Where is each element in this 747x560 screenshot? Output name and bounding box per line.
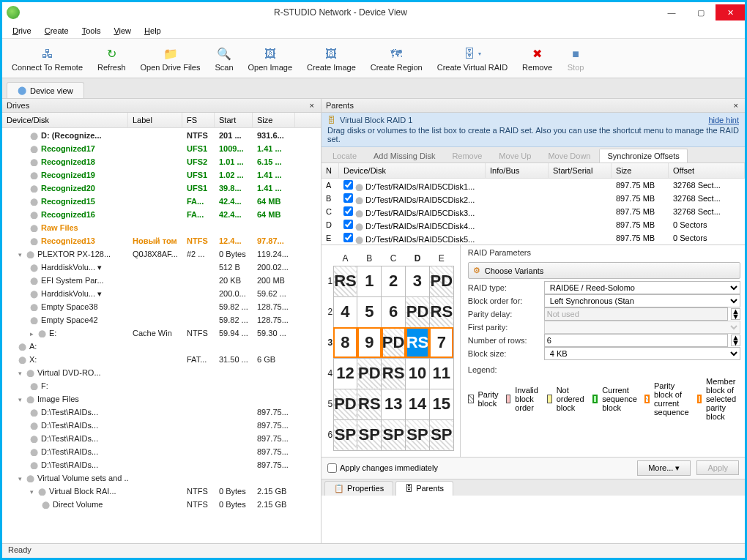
pcol-size[interactable]: Size xyxy=(612,163,669,178)
raid-cell[interactable]: PD xyxy=(406,296,430,327)
tab-device-view[interactable]: ⬤ Device view xyxy=(7,82,84,98)
pcol-n[interactable]: N xyxy=(322,163,339,178)
drive-row[interactable]: Virtual Block RAI...NTFS0 Bytes2.15 GB xyxy=(2,485,321,498)
hide-hint-link[interactable]: hide hint xyxy=(708,116,739,124)
subtab-synchronize-offsets[interactable]: Synchronize Offsets xyxy=(599,149,687,163)
raid-cell[interactable]: PD xyxy=(333,389,357,419)
maximize-button[interactable]: ▢ xyxy=(686,4,716,20)
drive-row[interactable]: HarddiskVolu... ▾512 B200.02... xyxy=(2,261,321,274)
param-numberofrows[interactable] xyxy=(544,334,728,347)
menu-tools[interactable]: Tools xyxy=(76,25,107,37)
col-size[interactable]: Size xyxy=(253,113,295,127)
drive-row[interactable]: PLEXTOR PX-128...Q0J8X8AF...#2 ...0 Byte… xyxy=(2,247,321,261)
more-button[interactable]: More... ▾ xyxy=(637,460,691,476)
menu-help[interactable]: Help xyxy=(138,25,167,37)
bottab-properties[interactable]: 📋Properties xyxy=(324,481,393,496)
col-fs[interactable]: FS xyxy=(182,113,215,127)
parent-row[interactable]: E D:/Test/RAIDs/RAID5CDisk5...897.75 MB0… xyxy=(322,231,745,244)
raid-cell[interactable]: 10 xyxy=(406,358,430,389)
raid-cell[interactable]: RS xyxy=(406,327,430,358)
drive-row[interactable]: Recognized18UFS21.01 ...6.15 ... xyxy=(2,155,321,168)
drive-row[interactable]: Recognized20UFS139.8...1.41 ... xyxy=(2,182,321,195)
pcol-infobus[interactable]: Info/Bus xyxy=(486,163,549,178)
parent-row[interactable]: D D:/Test/RAIDs/RAID5CDisk4...897.75 MB0… xyxy=(322,218,745,231)
parents-panel-close[interactable]: × xyxy=(732,101,740,110)
toolbar-create-virtual-raid[interactable]: 🗄▾Create Virtual RAID xyxy=(432,43,513,74)
parent-row[interactable]: C D:/Test/RAIDs/RAID5CDisk3...897.75 MB3… xyxy=(322,205,745,218)
raid-cell[interactable]: 14 xyxy=(406,389,430,419)
drive-row[interactable]: Direct VolumeNTFS0 Bytes2.15 GB xyxy=(2,498,321,511)
raid-cell[interactable]: SP xyxy=(333,419,357,450)
drive-row[interactable]: D: (Recognize...NTFS201 ...931.6... xyxy=(2,129,321,142)
raid-cell[interactable]: 2 xyxy=(382,266,406,296)
bottab-parents[interactable]: 🗄Parents xyxy=(395,481,453,496)
raid-cell[interactable]: SP xyxy=(357,419,382,450)
drive-row[interactable]: Raw Files xyxy=(2,221,321,234)
toolbar-open-drive-files[interactable]: 📁Open Drive Files xyxy=(135,43,206,74)
raid-cell[interactable]: 1 xyxy=(357,266,382,296)
drive-row[interactable]: Virtual DVD-RO... xyxy=(2,366,321,379)
drive-row[interactable]: E:Cache WinNTFS59.94 ...59.30 ... xyxy=(2,326,321,340)
drive-row[interactable]: D:\Test\RAIDs...897.75... xyxy=(2,432,321,445)
subtab-add-missing-disk[interactable]: Add Missing Disk xyxy=(365,149,443,163)
pcol-startserial[interactable]: Start/Serial xyxy=(549,163,612,178)
toolbar-refresh[interactable]: ↻Refresh xyxy=(92,43,131,74)
raid-cell[interactable]: 3 xyxy=(406,266,430,296)
raid-cell[interactable]: PD xyxy=(357,358,382,389)
toolbar-connect-to-remote[interactable]: 🖧Connect To Remote xyxy=(7,43,88,74)
apply-button[interactable]: Apply xyxy=(696,460,739,475)
raid-cell[interactable]: 11 xyxy=(429,358,453,389)
drive-row[interactable]: Recognized15FA...42.4...64 MB xyxy=(2,195,321,208)
raid-cell[interactable]: RS xyxy=(333,266,357,296)
param-blocksize[interactable]: 4 KB xyxy=(544,347,740,360)
toolbar-open-image[interactable]: 🖼Open Image xyxy=(243,43,298,74)
raid-cell[interactable]: 5 xyxy=(357,296,382,327)
drive-row[interactable]: Virtual Volume sets and ... xyxy=(2,471,321,485)
raid-cell[interactable]: 9 xyxy=(357,327,382,358)
drive-row[interactable]: Recognized13Новый томNTFS12.4...97.87... xyxy=(2,234,321,247)
drive-row[interactable]: A: xyxy=(2,340,321,353)
raid-cell[interactable]: 4 xyxy=(333,296,357,327)
pcol-devicedisk[interactable]: Device/Disk xyxy=(339,163,486,178)
param-blockorderfor[interactable]: Left Synchronous (Stan xyxy=(544,294,740,307)
close-button[interactable]: ✕ xyxy=(716,4,745,20)
raid-cell[interactable]: SP xyxy=(406,419,430,450)
pcol-offset[interactable]: Offset xyxy=(669,163,745,178)
choose-variants-button[interactable]: ⚙Choose Variants xyxy=(468,262,740,279)
drive-row[interactable]: X:FAT...31.50 ...6 GB xyxy=(2,353,321,366)
drive-row[interactable]: Image Files xyxy=(2,392,321,406)
raid-cell[interactable]: 13 xyxy=(382,389,406,419)
drive-row[interactable]: Empty Space3859.82 ...128.75... xyxy=(2,300,321,313)
toolbar-scan[interactable]: 🔍Scan xyxy=(209,43,238,74)
drive-row[interactable]: EFI System Par...20 KB200 MB xyxy=(2,274,321,287)
param-raidtype[interactable]: RAID6E / Reed-Solomo xyxy=(544,281,740,294)
drive-row[interactable]: Recognized17UFS11009...1.41 ... xyxy=(2,142,321,155)
raid-cell[interactable]: 12 xyxy=(333,358,357,389)
drives-panel-close[interactable]: × xyxy=(308,101,316,110)
raid-cell[interactable]: RS xyxy=(429,296,453,327)
raid-grid[interactable]: ABCDE1RS123PD2456PDRS389PDRS7412PDRS1011… xyxy=(322,245,460,457)
raid-cell[interactable]: SP xyxy=(429,419,453,450)
drive-row[interactable]: Recognized16FA...42.4...64 MB xyxy=(2,208,321,221)
raid-cell[interactable]: PD xyxy=(429,266,453,296)
raid-cell[interactable]: 8 xyxy=(333,327,357,358)
toolbar-create-image[interactable]: 🖼Create Image xyxy=(302,43,361,74)
raid-cell[interactable]: 6 xyxy=(382,296,406,327)
col-devicedisk[interactable]: Device/Disk xyxy=(2,113,128,127)
col-label[interactable]: Label xyxy=(128,113,182,127)
menu-view[interactable]: View xyxy=(108,25,137,37)
apply-immediately-check[interactable]: Apply changes immediately xyxy=(327,463,438,473)
drive-row[interactable]: Recognized19UFS11.02 ...1.41 ... xyxy=(2,168,321,182)
drive-row[interactable]: D:\Test\RAIDs...897.75... xyxy=(2,458,321,471)
raid-cell[interactable]: RS xyxy=(357,389,382,419)
raid-cell[interactable]: 7 xyxy=(429,327,453,358)
menu-create[interactable]: Create xyxy=(39,25,75,37)
drive-row[interactable]: D:\Test\RAIDs...897.75... xyxy=(2,419,321,432)
drive-row[interactable]: D:\Test\RAIDs...897.75... xyxy=(2,406,321,419)
toolbar-remove[interactable]: ✖Remove xyxy=(517,43,557,74)
toolbar-create-region[interactable]: 🗺Create Region xyxy=(365,43,428,74)
raid-cell[interactable]: 15 xyxy=(429,389,453,419)
parent-row[interactable]: B D:/Test/RAIDs/RAID5CDisk2...897.75 MB3… xyxy=(322,192,745,205)
col-start[interactable]: Start xyxy=(215,113,253,127)
raid-cell[interactable]: RS xyxy=(382,358,406,389)
